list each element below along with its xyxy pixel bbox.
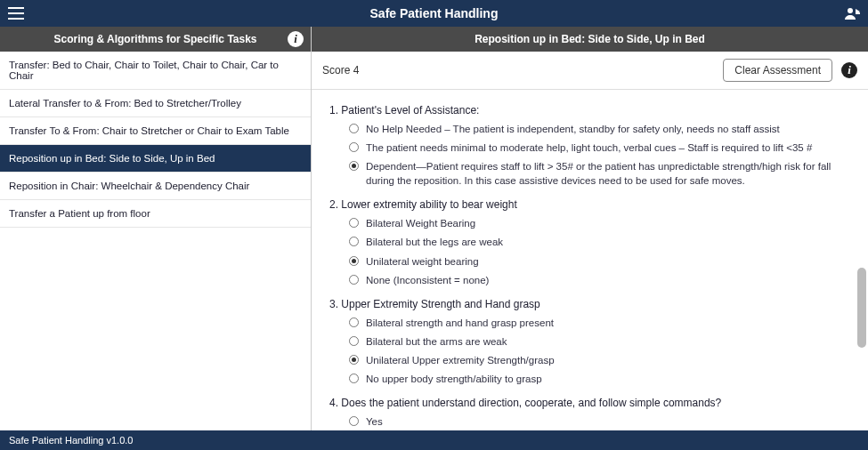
info-icon[interactable]: i	[841, 62, 857, 78]
option-text: No Help Needed – The patient is independ…	[366, 122, 850, 136]
question-block: 4. Does the patient understand direction…	[329, 397, 850, 430]
svg-point-0	[848, 8, 853, 13]
option-list: No Help Needed – The patient is independ…	[329, 122, 850, 188]
option-text: Yes	[366, 414, 850, 429]
option-text: Unilateral Upper extremity Strength/gras…	[366, 353, 850, 367]
footer-bar: Safe Patient Handling v1.0.0	[0, 430, 868, 450]
radio-input[interactable]	[349, 317, 359, 327]
option-row[interactable]: No Help Needed – The patient is independ…	[349, 122, 850, 136]
scrollbar-thumb[interactable]	[857, 268, 866, 348]
radio-input[interactable]	[349, 124, 359, 133]
option-row[interactable]: Bilateral but the legs are weak	[349, 235, 850, 249]
radio-input[interactable]	[349, 256, 359, 266]
option-row[interactable]: No upper body strength/ability to grasp	[349, 372, 850, 386]
menu-button[interactable]	[0, 0, 32, 27]
radio-input[interactable]	[349, 275, 359, 285]
option-row[interactable]: Bilateral Weight Bearing	[349, 216, 850, 230]
question-title: 3. Upper Extremity Strength and Hand gra…	[329, 298, 850, 310]
sidebar-header: Scoring & Algorithms for Specific Tasks …	[0, 27, 311, 52]
option-text: The patient needs minimal to moderate he…	[366, 141, 850, 155]
radio-input[interactable]	[349, 355, 359, 365]
option-text: No upper body strength/ability to grasp	[366, 372, 850, 386]
radio-input[interactable]	[349, 416, 359, 426]
question-title: 1. Patient's Level of Assistance:	[329, 104, 850, 117]
option-text: Dependent—Patient requires staff to lift…	[366, 159, 850, 188]
option-text: Bilateral but the legs are weak	[366, 235, 850, 249]
option-row[interactable]: Unilateral Upper extremity Strength/gras…	[349, 353, 850, 367]
question-block: 1. Patient's Level of Assistance:No Help…	[329, 104, 850, 188]
question-title: 2. Lower extremity ability to bear weigh…	[329, 198, 850, 211]
option-text: Unilateral weight bearing	[366, 254, 850, 269]
radio-input[interactable]	[349, 218, 359, 228]
assessment-body: 1. Patient's Level of Assistance:No Help…	[312, 90, 868, 430]
radio-input[interactable]	[349, 374, 359, 383]
account-button[interactable]	[836, 0, 868, 27]
option-row[interactable]: Unilateral weight bearing	[349, 254, 850, 269]
option-list: Bilateral strength and hand grasp presen…	[329, 316, 850, 386]
user-icon	[844, 6, 860, 20]
option-row[interactable]: Bilateral strength and hand grasp presen…	[349, 316, 850, 330]
main-area: Scoring & Algorithms for Specific Tasks …	[0, 27, 868, 430]
option-text: None (Inconsistent = none)	[366, 273, 850, 287]
score-label: Score 4	[322, 64, 359, 76]
clear-assessment-button[interactable]: Clear Assessment	[723, 59, 832, 82]
content-pane: Reposition up in Bed: Side to Side, Up i…	[312, 27, 868, 430]
sidebar-list: Transfer: Bed to Chair, Chair to Toilet,…	[0, 52, 311, 430]
option-list: Bilateral Weight BearingBilateral but th…	[329, 216, 850, 286]
radio-input[interactable]	[349, 336, 359, 346]
option-row[interactable]: Yes	[349, 414, 850, 429]
option-text: Bilateral strength and hand grasp presen…	[366, 316, 850, 330]
question-block: 2. Lower extremity ability to bear weigh…	[329, 198, 850, 286]
sidebar-item[interactable]: Reposition up in Bed: Side to Side, Up i…	[0, 145, 311, 173]
sidebar-item[interactable]: Lateral Transfer to & From: Bed to Stret…	[0, 90, 311, 117]
hamburger-icon	[8, 7, 24, 20]
sidebar-item[interactable]: Reposition in Chair: Wheelchair & Depend…	[0, 173, 311, 200]
sidebar-title: Scoring & Algorithms for Specific Tasks	[53, 33, 256, 45]
radio-input[interactable]	[349, 161, 359, 171]
option-row[interactable]: Bilateral but the arms are weak	[349, 334, 850, 349]
top-bar: Safe Patient Handling	[0, 0, 868, 27]
content-header: Reposition up in Bed: Side to Side, Up i…	[312, 27, 868, 52]
sidebar-item[interactable]: Transfer To & From: Chair to Stretcher o…	[0, 117, 311, 145]
radio-input[interactable]	[349, 237, 359, 246]
option-row[interactable]: None (Inconsistent = none)	[349, 273, 850, 287]
option-row[interactable]: Dependent—Patient requires staff to lift…	[349, 159, 850, 188]
app-title: Safe Patient Handling	[0, 6, 868, 20]
radio-input[interactable]	[349, 142, 359, 152]
option-row[interactable]: The patient needs minimal to moderate he…	[349, 141, 850, 155]
scrollbar-track[interactable]	[857, 90, 866, 430]
sidebar-item[interactable]: Transfer: Bed to Chair, Chair to Toilet,…	[0, 52, 311, 90]
question-block: 3. Upper Extremity Strength and Hand gra…	[329, 298, 850, 386]
sidebar: Scoring & Algorithms for Specific Tasks …	[0, 27, 312, 430]
info-icon[interactable]: i	[288, 31, 304, 47]
score-row: Score 4 Clear Assessment i	[312, 52, 868, 90]
option-list: YesNo (Highly Unpredictable, behavior va…	[329, 414, 850, 430]
footer-text: Safe Patient Handling v1.0.0	[9, 435, 133, 446]
option-text: Bilateral but the arms are weak	[366, 334, 850, 349]
sidebar-item[interactable]: Transfer a Patient up from floor	[0, 200, 311, 228]
option-text: Bilateral Weight Bearing	[366, 216, 850, 230]
question-title: 4. Does the patient understand direction…	[329, 397, 850, 409]
